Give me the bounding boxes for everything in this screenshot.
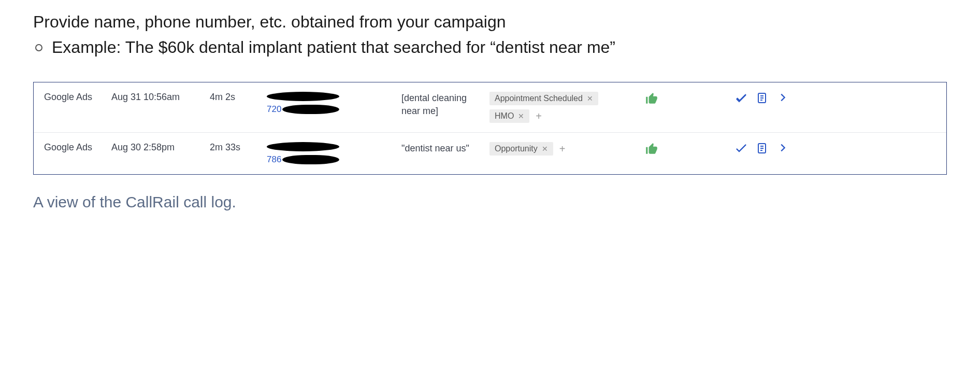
note-icon[interactable] [754,142,774,154]
bullet-marker-icon [35,44,42,51]
table-row: Google Ads Aug 31 10:56am 4m 2s 720 [den… [34,82,946,133]
tag-label: Appointment Scheduled [495,94,583,103]
source-cell: Google Ads [44,142,111,153]
add-tag-button[interactable]: + [557,143,568,155]
keyword-cell: [dental cleaning near me] [401,92,489,118]
keyword-cell: "dentist near us" [401,142,489,155]
duration-cell: 2m 33s [210,142,267,153]
tag-chip[interactable]: Appointment Scheduled ✕ [489,92,598,105]
add-tag-button[interactable]: + [534,110,544,122]
chevron-right-icon[interactable] [774,142,795,153]
close-icon[interactable]: ✕ [518,112,524,120]
tags-cell: Appointment Scheduled ✕ HMO ✕ + [489,92,645,123]
phone-prefix: 720 [267,104,281,115]
contact-cell: 720 [267,92,401,115]
tag-label: HMO [495,111,514,121]
tag-chip[interactable]: HMO ✕ [489,109,529,123]
thumbs-up-icon[interactable] [645,142,686,156]
close-icon[interactable]: ✕ [587,94,593,103]
redacted-phone [282,105,339,114]
table-row: Google Ads Aug 30 2:58pm 2m 33s 786 "den… [34,133,946,174]
tag-chip[interactable]: Opportunity ✕ [489,142,553,156]
close-icon[interactable]: ✕ [542,145,548,153]
checkmark-icon[interactable] [733,92,754,104]
call-log-table: Google Ads Aug 31 10:56am 4m 2s 720 [den… [33,82,947,175]
duration-cell: 4m 2s [210,92,267,103]
source-cell: Google Ads [44,92,111,103]
redacted-name [267,92,339,101]
redacted-phone [282,155,339,164]
thumbs-up-icon[interactable] [645,92,686,105]
tags-cell: Opportunity ✕ + [489,142,645,156]
phone-number[interactable]: 720 [267,104,397,115]
bullet-text: Example: The $60k dental implant patient… [52,38,615,57]
phone-number[interactable]: 786 [267,154,397,165]
redacted-name [267,142,339,151]
bullet-item: Example: The $60k dental implant patient… [35,38,947,57]
datetime-cell: Aug 30 2:58pm [111,142,210,153]
page-title: Provide name, phone number, etc. obtaine… [33,12,947,32]
note-icon[interactable] [754,92,774,104]
datetime-cell: Aug 31 10:56am [111,92,210,103]
tag-label: Opportunity [495,144,538,153]
checkmark-icon[interactable] [733,142,754,154]
contact-cell: 786 [267,142,401,165]
phone-prefix: 786 [267,154,281,165]
chevron-right-icon[interactable] [774,92,795,103]
figure-caption: A view of the CallRail call log. [33,193,947,211]
